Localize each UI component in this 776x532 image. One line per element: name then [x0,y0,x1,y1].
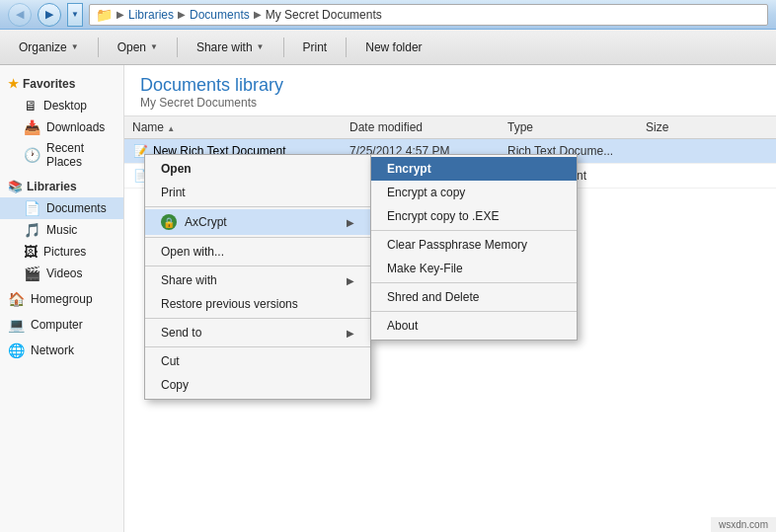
libraries-section: 📚 Libraries 📄 Documents 🎵 Music 🖼 Pictur… [0,176,123,284]
homegroup-label: Homegroup [31,292,93,306]
breadcrumb-sep-1: ▶ [116,9,124,20]
libraries-header[interactable]: 📚 Libraries [0,176,123,197]
restore-label: Restore previous versions [161,297,298,311]
context-menu: Open Print 🔒 AxCrypt ▶ Open with... Shar… [144,154,371,400]
breadcrumb-documents[interactable]: Documents [190,8,250,22]
ctx-sep-4 [145,318,370,319]
sub-shred-delete[interactable]: Shred and Delete [371,285,577,309]
col-type-header[interactable]: Type [500,118,638,136]
ctx-share-with[interactable]: Share with ▶ [145,268,370,292]
sub-encrypt-exe[interactable]: Encrypt copy to .EXE [371,204,577,228]
videos-icon: 🎬 [24,266,40,281]
favorites-label: Favorites [23,77,75,91]
ctx-open[interactable]: Open [145,157,370,181]
col-name-header[interactable]: Name ▲ [124,118,342,136]
ctx-copy[interactable]: Copy [145,373,370,397]
recent-label: Recent Places [46,141,116,169]
breadcrumb-libraries[interactable]: Libraries [128,8,174,22]
shred-delete-label: Shred and Delete [387,290,479,304]
ctx-cut[interactable]: Cut [145,349,370,373]
sidebar-item-desktop[interactable]: 🖥 Desktop [0,95,123,116]
encrypt-label: Encrypt [387,162,431,176]
favorites-section: ★ Favorites 🖥 Desktop 📥 Downloads 🕐 Rece… [0,73,123,172]
content-area: Documents library My Secret Documents Na… [124,65,776,532]
library-title: Documents library [140,75,760,96]
axcrypt-label: AxCrypt [185,215,227,229]
share-with-arrow: ▼ [257,42,265,51]
sidebar-item-network[interactable]: 🌐 Network [0,340,123,361]
sidebar-item-documents[interactable]: 📄 Documents [0,197,123,219]
desktop-icon: 🖥 [24,98,38,114]
sub-about[interactable]: About [371,314,577,338]
cut-label: Cut [161,354,180,368]
sub-encrypt[interactable]: Encrypt [371,157,577,181]
history-dropdown[interactable]: ▼ [67,3,83,27]
toolbar: Organize ▼ Open ▼ Share with ▼ Print New… [0,30,776,65]
new-folder-button[interactable]: New folder [354,35,432,60]
open-arrow: ▼ [150,42,158,51]
sidebar-item-computer[interactable]: 💻 Computer [0,314,123,336]
col-date-header[interactable]: Date modified [342,118,500,136]
new-folder-label: New folder [365,40,422,54]
pictures-icon: 🖼 [24,244,38,260]
pictures-label: Pictures [43,245,86,259]
print-ctx-label: Print [161,186,186,199]
ctx-sep-2 [145,237,370,238]
open-button[interactable]: Open ▼ [107,35,169,60]
share-with-label: Share with [196,40,253,54]
about-label: About [387,319,418,333]
share-arrow: ▶ [347,275,354,286]
send-to-arrow: ▶ [347,328,354,339]
ctx-restore[interactable]: Restore previous versions [145,292,370,316]
ctx-print[interactable]: Print [145,181,370,204]
organize-button[interactable]: Organize ▼ [8,35,90,60]
sidebar-item-pictures[interactable]: 🖼 Pictures [0,241,123,263]
documents-icon: 📄 [24,200,40,216]
sub-encrypt-copy[interactable]: Encrypt a copy [371,181,577,204]
sub-sep-3 [371,311,577,312]
sub-sep-2 [371,282,577,283]
computer-icon: 💻 [8,317,25,333]
star-icon: ★ [8,77,19,91]
ctx-sep-1 [145,206,370,207]
back-button[interactable]: ◀ [8,3,32,27]
downloads-icon: 📥 [24,119,40,135]
axcrypt-shield-icon: 🔒 [161,214,177,230]
sub-clear-passphrase[interactable]: Clear Passphrase Memory [371,233,577,257]
downloads-label: Downloads [46,120,105,134]
library-subtitle: My Secret Documents [140,96,760,110]
breadcrumb-current: My Secret Documents [266,8,382,22]
share-with-button[interactable]: Share with ▼ [186,35,275,60]
ctx-axcrypt[interactable]: 🔒 AxCrypt ▶ [145,209,370,235]
ctx-open-with[interactable]: Open with... [145,240,370,264]
sidebar-item-videos[interactable]: 🎬 Videos [0,263,123,284]
sidebar-item-music[interactable]: 🎵 Music [0,219,123,241]
breadcrumb-sep-2: ▶ [178,9,186,20]
main-layout: ★ Favorites 🖥 Desktop 📥 Downloads 🕐 Rece… [0,65,776,532]
music-label: Music [46,223,77,237]
homegroup-icon: 🏠 [8,291,25,307]
organize-label: Organize [19,40,67,54]
computer-section: 💻 Computer [0,314,123,336]
sidebar-item-recent-places[interactable]: 🕐 Recent Places [0,138,123,172]
breadcrumb-bar[interactable]: 📁 ▶ Libraries ▶ Documents ▶ My Secret Do… [89,4,768,26]
col-size-header[interactable]: Size [638,118,676,136]
send-to-label: Send to [161,326,201,340]
sidebar: ★ Favorites 🖥 Desktop 📥 Downloads 🕐 Rece… [0,65,124,532]
print-button[interactable]: Print [292,35,339,60]
sidebar-item-homegroup[interactable]: 🏠 Homegroup [0,288,123,310]
share-with-ctx-label: Share with [161,273,217,287]
open-ctx-label: Open [161,162,192,176]
documents-label: Documents [46,201,107,215]
forward-button[interactable]: ▶ [38,3,61,27]
watermark: wsxdn.com [711,517,776,532]
toolbar-sep-2 [177,38,178,57]
sub-make-key[interactable]: Make Key-File [371,257,577,280]
ctx-sep-3 [145,266,370,266]
file-size-1 [638,174,776,178]
sidebar-item-downloads[interactable]: 📥 Downloads [0,116,123,138]
breadcrumb-sep-3: ▶ [254,9,262,20]
file-size-0 [638,149,776,153]
favorites-header[interactable]: ★ Favorites [0,73,123,95]
ctx-send-to[interactable]: Send to ▶ [145,321,370,344]
